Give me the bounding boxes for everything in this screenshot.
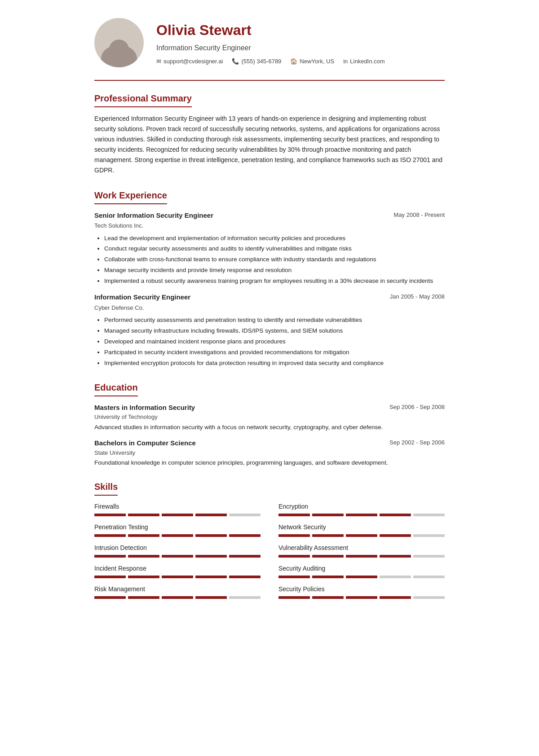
edu-degree: Masters in Information Security — [94, 403, 195, 413]
skill-segment — [413, 514, 445, 516]
skill-segment — [195, 555, 227, 558]
header-section: Olivia Stewart Information Security Engi… — [94, 18, 445, 67]
skill-name: Vulnerability Assessment — [278, 543, 445, 553]
skill-segment — [128, 596, 159, 599]
bullet-item: Collaborate with cross-functional teams … — [104, 255, 445, 264]
skill-name: Security Policies — [278, 585, 445, 594]
edu-date: Sep 2006 - Sep 2008 — [389, 403, 445, 412]
linkedin-icon: in — [343, 57, 348, 66]
skill-segment — [312, 555, 344, 558]
skill-bar — [278, 514, 445, 516]
skill-segment — [312, 534, 344, 537]
skills-grid: Firewalls Penetration Testing Intrusion … — [94, 502, 445, 605]
edu-header: Masters in Information Security Sep 2006… — [94, 403, 445, 413]
skill-item: Penetration Testing — [94, 523, 261, 537]
skill-name: Penetration Testing — [94, 523, 261, 532]
skill-bar — [278, 534, 445, 537]
skill-item: Firewalls — [94, 502, 261, 516]
job-company: Cyber Defense Co. — [94, 303, 445, 312]
job-bullets: Lead the development and implementation … — [94, 234, 445, 286]
avatar — [94, 18, 144, 67]
edu-school: State University — [94, 448, 445, 457]
skill-bar — [278, 596, 445, 599]
skill-name: Risk Management — [94, 585, 261, 594]
skill-segment — [162, 514, 193, 516]
skill-segment — [278, 555, 310, 558]
skill-segment — [94, 555, 126, 558]
skill-item: Vulnerability Assessment — [278, 543, 445, 558]
skills-col-left: Firewalls Penetration Testing Intrusion … — [94, 502, 261, 605]
skill-segment — [162, 576, 193, 578]
skill-name: Firewalls — [94, 502, 261, 511]
summary-heading: Professional Summary — [94, 92, 192, 107]
bullet-item: Performed security assessments and penet… — [104, 316, 445, 325]
skill-segment — [380, 576, 411, 578]
skill-segment — [195, 514, 227, 516]
skill-segment — [278, 514, 310, 516]
job-item: Information Security Engineer Jan 2005 -… — [94, 292, 445, 368]
email-value: support@cvdesigner.ai — [163, 57, 223, 66]
skill-bar — [94, 596, 261, 599]
skill-segment — [413, 534, 445, 537]
skill-segment — [229, 555, 261, 558]
job-bullets: Performed security assessments and penet… — [94, 316, 445, 368]
skill-name: Intrusion Detection — [94, 543, 261, 553]
phone-icon: 📞 — [232, 57, 239, 66]
job-title: Senior Information Security Engineer — [94, 211, 213, 221]
location-icon: 🏠 — [290, 57, 297, 66]
skill-item: Encryption — [278, 502, 445, 516]
skill-bar — [94, 534, 261, 537]
job-title: Information Security Engineer — [94, 292, 190, 303]
skill-item: Intrusion Detection — [94, 543, 261, 558]
skill-segment — [380, 596, 411, 599]
skill-bar — [94, 576, 261, 578]
bullet-item: Implemented encryption protocols for dat… — [104, 359, 445, 368]
skill-segment — [312, 596, 344, 599]
skill-segment — [346, 576, 377, 578]
job-date: May 2008 - Present — [394, 211, 445, 220]
skill-segment — [162, 596, 193, 599]
email-icon: ✉ — [156, 57, 161, 66]
bullet-item: Conduct regular security assessments and… — [104, 244, 445, 254]
skill-segment — [413, 555, 445, 558]
bullet-item: Manage security incidents and provide ti… — [104, 266, 445, 275]
bullet-item: Managed security infrastructure includin… — [104, 326, 445, 336]
skill-item: Incident Response — [94, 564, 261, 578]
skill-segment — [346, 514, 377, 516]
linkedin-value: LinkedIn.com — [350, 57, 384, 66]
skill-segment — [229, 596, 261, 599]
skill-segment — [94, 576, 126, 578]
header-info: Olivia Stewart Information Security Engi… — [156, 19, 385, 66]
skill-segment — [195, 534, 227, 537]
skill-segment — [346, 596, 377, 599]
skill-segment — [278, 534, 310, 537]
job-item: Senior Information Security Engineer May… — [94, 211, 445, 286]
skill-segment — [229, 576, 261, 578]
skill-segment — [195, 576, 227, 578]
contact-linkedin[interactable]: in LinkedIn.com — [343, 57, 384, 66]
candidate-title: Information Security Engineer — [156, 43, 385, 53]
skill-bar — [278, 576, 445, 578]
edu-degree: Bachelors in Computer Science — [94, 438, 196, 448]
skill-segment — [162, 534, 193, 537]
skill-segment — [94, 596, 126, 599]
skills-heading: Skills — [94, 480, 118, 496]
experience-section: Work Experience Senior Information Secur… — [94, 189, 445, 368]
skill-item: Security Auditing — [278, 564, 445, 578]
skill-bar — [94, 514, 261, 516]
skill-segment — [312, 576, 344, 578]
skill-segment — [413, 576, 445, 578]
candidate-name: Olivia Stewart — [156, 19, 385, 41]
skill-segment — [380, 514, 411, 516]
skill-segment — [229, 534, 261, 537]
skill-name: Security Auditing — [278, 564, 445, 573]
skill-segment — [312, 514, 344, 516]
edu-header: Bachelors in Computer Science Sep 2002 -… — [94, 438, 445, 448]
skill-bar — [94, 555, 261, 558]
skills-col-right: Encryption Network Security Vulnerabilit… — [278, 502, 445, 605]
skill-segment — [128, 555, 159, 558]
skill-segment — [128, 514, 159, 516]
skill-item: Network Security — [278, 523, 445, 537]
summary-section: Professional Summary Experienced Informa… — [94, 92, 445, 176]
bullet-item: Implemented a robust security awareness … — [104, 277, 445, 286]
